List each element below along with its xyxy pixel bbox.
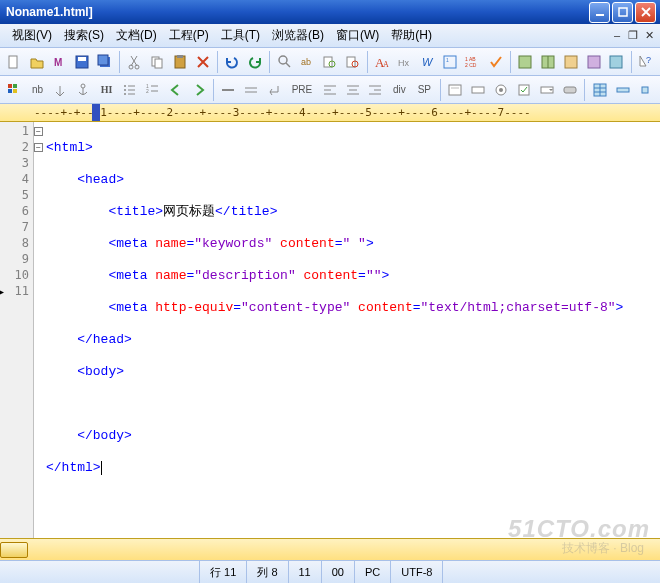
menu-document[interactable]: 文档(D) [110,25,163,46]
numbered-list-icon[interactable]: 12 [142,79,163,101]
val: " " [343,236,366,251]
check-icon[interactable] [486,51,507,73]
menu-project[interactable]: 工程(P) [163,25,215,46]
mdi-minimize-icon[interactable]: – [610,29,624,43]
separator [631,51,632,73]
table-icon[interactable] [589,79,610,101]
text-cursor [101,461,102,475]
svg-point-42 [124,89,126,91]
nb-button[interactable]: nb [27,80,48,100]
hi-button[interactable]: HI [96,80,118,100]
select-icon[interactable] [537,79,558,101]
menu-search[interactable]: 搜索(S) [58,25,110,46]
menu-tools[interactable]: 工具(T) [215,25,266,46]
close-button[interactable] [635,2,656,23]
eq: = [335,236,343,251]
delete-icon[interactable] [192,51,213,73]
new-file-icon[interactable] [4,51,25,73]
menu-browser[interactable]: 浏览器(B) [266,25,330,46]
open-file-icon[interactable] [27,51,48,73]
replace-icon[interactable]: ab [297,51,318,73]
window3-icon[interactable] [561,51,582,73]
attr: content [296,268,358,283]
svg-text:1: 1 [446,57,449,63]
help-icon[interactable]: ? [636,51,657,73]
columns-icon[interactable]: 1 AB2 CD [463,51,484,73]
copy-icon[interactable] [147,51,168,73]
tag: <meta [108,268,155,283]
status-sel: 11 [289,561,322,583]
paste-icon[interactable] [170,51,191,73]
anchor2-icon[interactable] [73,79,94,101]
cell-icon[interactable] [635,79,656,101]
tag: </head> [77,332,132,347]
tag: > [616,300,624,315]
row-icon[interactable] [612,79,633,101]
separator [217,51,218,73]
svg-rect-35 [8,84,12,88]
find-icon[interactable] [274,51,295,73]
macro-icon[interactable]: M [49,51,70,73]
wordwrap-icon[interactable]: W [417,51,438,73]
redo-icon[interactable] [245,51,266,73]
left-arrow-icon[interactable] [165,79,186,101]
menu-window[interactable]: 窗口(W) [330,25,385,46]
svg-rect-13 [177,55,183,58]
window5-icon[interactable] [606,51,627,73]
button-icon[interactable] [559,79,580,101]
menu-view[interactable]: 视图(V) [6,25,58,46]
bookmark-icon[interactable] [342,51,363,73]
svg-rect-7 [98,55,108,65]
current-line-arrow-icon: ▶ [0,286,4,297]
radio-icon[interactable] [491,79,512,101]
br-icon[interactable] [264,79,285,101]
form-icon[interactable] [445,79,466,101]
attr: content [272,236,334,251]
line-number-icon[interactable]: 1 [440,51,461,73]
window4-icon[interactable] [583,51,604,73]
hex-icon[interactable]: Hx [395,51,416,73]
window2-icon[interactable] [538,51,559,73]
line-number: 4 [0,172,33,188]
align-center-icon[interactable] [342,79,363,101]
scroll-thumb[interactable] [0,542,28,558]
editor-area: 1− 2− 3 4 5 6 7 8 9 10 ▶11 <html> <head>… [0,122,660,538]
mdi-restore-icon[interactable]: ❐ [626,29,640,43]
right-arrow-icon[interactable] [188,79,209,101]
code-editor[interactable]: <html> <head> <title>网页标题</title> <meta … [34,122,660,538]
pre-button[interactable]: PRE [287,80,318,100]
status-pc: PC [355,561,391,583]
mdi-controls: – ❐ ✕ [610,29,656,43]
save-icon[interactable] [72,51,93,73]
sp-button[interactable]: SP [413,80,436,100]
status-empty [0,561,200,583]
mdi-close-icon[interactable]: ✕ [642,29,656,43]
color1-icon[interactable] [4,79,25,101]
checkbox-icon[interactable] [514,79,535,101]
menu-help[interactable]: 帮助(H) [385,25,438,46]
div-button[interactable]: div [388,80,411,100]
hr-icon[interactable] [218,79,239,101]
line-number: 10 [0,268,33,284]
font-size-icon[interactable]: AA [372,51,393,73]
minimize-button[interactable] [589,2,610,23]
hr2-icon[interactable] [241,79,262,101]
svg-rect-2 [9,56,17,68]
align-right-icon[interactable] [365,79,386,101]
cut-icon[interactable] [124,51,145,73]
anchor-icon[interactable] [50,79,71,101]
watermark: 51CTO.com [508,515,650,543]
undo-icon[interactable] [222,51,243,73]
maximize-button[interactable] [612,2,633,23]
save-all-icon[interactable] [95,51,116,73]
svg-rect-74 [617,88,629,92]
bullet-list-icon[interactable] [119,79,140,101]
svg-text:A: A [383,60,389,69]
align-left-icon[interactable] [319,79,340,101]
svg-text:M: M [54,57,62,68]
input-icon[interactable] [468,79,489,101]
attr: name [155,268,186,283]
window1-icon[interactable] [515,51,536,73]
find-in-files-icon[interactable] [320,51,341,73]
svg-rect-16 [324,57,332,67]
